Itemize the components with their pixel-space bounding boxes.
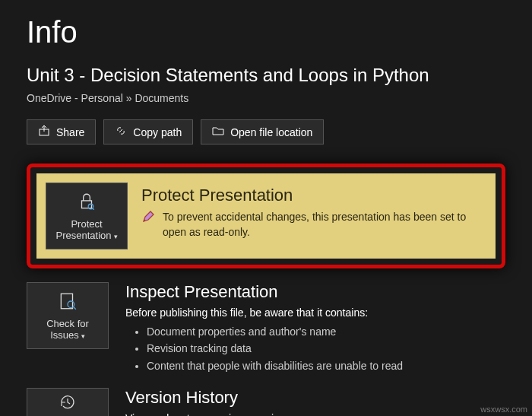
version-history-tile[interactable]: Version (27, 388, 109, 416)
protect-text: To prevent accidental changes, this pres… (163, 210, 486, 240)
svg-line-3 (93, 208, 94, 209)
document-title: Unit 3 - Decision Statements and Loops i… (27, 65, 505, 86)
lock-icon (77, 192, 97, 214)
breadcrumb: OneDrive - Personal » Documents (27, 92, 505, 104)
copy-path-button[interactable]: Copy path (103, 119, 193, 144)
share-icon (38, 125, 50, 139)
inspect-list: Document properties and author's name Re… (125, 323, 505, 374)
chevron-down-icon: ▾ (114, 233, 118, 240)
inspect-intro: Before publishing this file, be aware th… (125, 306, 505, 319)
action-buttons-row: Share Copy path Open file location (27, 119, 505, 144)
protect-highlight-box: Protect Presentation▾ Protect Presentati… (27, 164, 505, 268)
pencil-icon (141, 210, 155, 227)
inspect-tile-line2: Issues▾ (50, 329, 85, 341)
protect-section: Protect Presentation▾ Protect Presentati… (36, 173, 496, 259)
share-label: Share (56, 126, 84, 138)
svg-line-6 (74, 306, 76, 309)
list-item: Content that people with disabilities ar… (147, 357, 505, 374)
inspect-heading: Inspect Presentation (125, 282, 505, 302)
chevron-down-icon: ▾ (81, 332, 85, 340)
protect-heading: Protect Presentation (141, 186, 486, 205)
history-heading: Version History (125, 388, 505, 408)
check-for-issues-tile[interactable]: Check for Issues▾ (27, 282, 109, 349)
copy-path-label: Copy path (133, 126, 182, 138)
page-title: Info (27, 15, 505, 49)
history-section: Version Version History View and restore… (27, 388, 505, 416)
protect-tile-line2: Presentation▾ (56, 230, 118, 241)
share-button[interactable]: Share (27, 119, 96, 144)
folder-icon (212, 125, 224, 139)
inspect-tile-line1: Check for (46, 318, 89, 329)
inspect-icon (58, 291, 78, 313)
list-item: Document properties and author's name (147, 323, 505, 340)
svg-point-5 (68, 301, 74, 308)
watermark: wsxwsx.com (480, 405, 527, 414)
protect-presentation-tile[interactable]: Protect Presentation▾ (46, 183, 128, 249)
history-icon (59, 393, 77, 414)
history-text: View and restore previous versions. (125, 412, 505, 416)
list-item: Revision tracking data (147, 340, 505, 357)
protect-tile-line1: Protect (71, 218, 102, 230)
link-icon (115, 125, 127, 139)
inspect-section: Check for Issues▾ Inspect Presentation B… (27, 282, 505, 374)
open-file-location-button[interactable]: Open file location (201, 119, 324, 144)
open-file-location-label: Open file location (230, 126, 312, 138)
